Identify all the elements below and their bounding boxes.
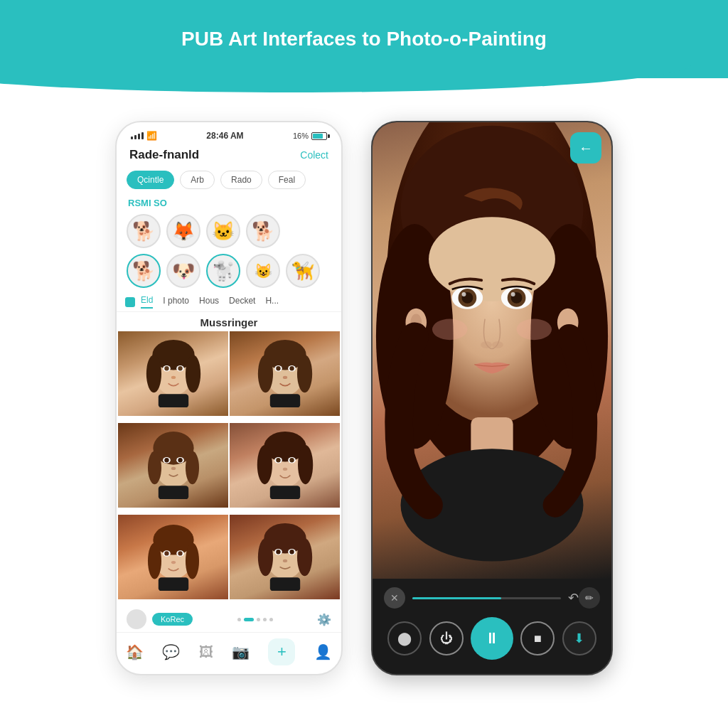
share-icon[interactable]: ⚙️ [317, 613, 331, 626]
record-button[interactable]: ⬤ [387, 621, 422, 655]
bottom-left: KoRec [127, 609, 193, 629]
svg-point-5 [164, 366, 168, 370]
collect-button[interactable]: Colect [300, 149, 328, 161]
photo-cell-6[interactable] [230, 515, 340, 599]
download-button[interactable]: ⬇ [562, 621, 596, 655]
phone-left: 📶 28:46 AM 16% Rade-fnanld Colect Qcintl… [115, 121, 343, 675]
pause-icon: ⏸ [484, 629, 500, 648]
photo-cell-3[interactable] [118, 423, 228, 508]
filter-tabs: Qcintle Arb Rado Feal [117, 168, 341, 195]
svg-point-15 [276, 366, 280, 370]
dot-1 [237, 618, 241, 621]
app-title: Rade-fnanld [129, 148, 199, 162]
pet-avatar-3[interactable]: 🐱 [206, 214, 240, 248]
active-tab-indicator [125, 297, 135, 307]
stop-button[interactable]: ⏹ [520, 621, 555, 655]
status-bar: 📶 28:46 AM 16% [117, 122, 341, 145]
app-header: Rade-fnanld Colect [117, 145, 341, 168]
signal-area: 📶 [131, 131, 157, 141]
portrait-area: ← [373, 122, 611, 579]
svg-point-23 [185, 451, 198, 484]
tab-qcintle[interactable]: Qcintle [127, 171, 174, 189]
svg-point-37 [289, 458, 294, 462]
svg-point-48 [171, 561, 175, 564]
svg-point-13 [296, 355, 311, 392]
svg-point-22 [147, 451, 161, 484]
korec-label: KoRec [161, 615, 184, 623]
bottom-nav: 🏠 💬 🖼 📷 + 👤 [117, 632, 341, 674]
photo-cell-5[interactable] [118, 515, 228, 599]
svg-point-25 [164, 458, 168, 462]
photo-cell-1[interactable] [118, 331, 228, 416]
svg-point-18 [282, 376, 287, 379]
undo-button[interactable]: ↶ [568, 590, 579, 606]
cat-tab-hous[interactable]: Hous [199, 296, 219, 308]
cat-tab-eld[interactable]: Eld [141, 295, 153, 309]
header-title: PUB Art Interfaces to Photo-o-Painting [181, 28, 547, 50]
pet-avatar-8[interactable]: 😺 [246, 254, 280, 288]
nav-camera[interactable]: 📷 [232, 643, 250, 660]
photo-cell-4[interactable] [230, 423, 340, 508]
power-button[interactable]: ⏻ [429, 621, 464, 655]
svg-point-73 [511, 292, 515, 296]
nav-add-button[interactable]: + [268, 638, 295, 665]
svg-point-45 [164, 551, 168, 555]
svg-point-35 [276, 458, 280, 462]
stop-icon: ⏹ [532, 633, 542, 644]
pause-button[interactable]: ⏸ [471, 617, 513, 660]
nav-home[interactable]: 🏠 [126, 643, 144, 660]
svg-point-47 [178, 551, 182, 555]
cat-tab-more[interactable]: H... [265, 296, 279, 308]
svg-rect-29 [158, 486, 188, 499]
korec-button[interactable]: KoRec [152, 613, 193, 626]
pet-avatar-1[interactable]: 🐕 [127, 214, 161, 248]
back-icon: ← [579, 140, 593, 156]
right-controls: ✕ ↶ ✏ ⬤ ⏻ ⏸ [373, 579, 611, 674]
pet-avatars-row2: 🐕 🐶 🐩 😺 🦮 [117, 252, 341, 292]
svg-point-2 [146, 355, 161, 392]
tab-arb[interactable]: Arb [180, 171, 215, 189]
pet-avatar-4[interactable]: 🐕 [246, 214, 280, 248]
power-icon: ⏻ [440, 631, 453, 646]
svg-point-7 [178, 366, 182, 370]
dot-4 [263, 618, 267, 621]
category-tabs: Eld I photo Hous Decket H... [117, 292, 341, 312]
section-label: RSMI SO [117, 195, 341, 211]
cat-tab-decket[interactable]: Decket [229, 296, 255, 308]
pet-avatar-5[interactable]: 🐕 [127, 254, 161, 288]
pet-avatar-2[interactable]: 🦊 [166, 214, 200, 248]
back-button[interactable]: ← [570, 132, 601, 164]
battery-area: 16% [293, 132, 327, 140]
tab-feal[interactable]: Feal [268, 171, 306, 189]
svg-rect-49 [158, 577, 188, 591]
battery-percent: 16% [293, 132, 309, 140]
controls-top-row: ✕ ↶ ✏ [384, 587, 600, 609]
pet-avatar-6[interactable]: 🐶 [166, 254, 200, 288]
cat-tab-iphoto[interactable]: I photo [163, 296, 189, 308]
nav-chat[interactable]: 💬 [162, 643, 180, 660]
pet-avatar-7[interactable]: 🐩 [206, 254, 240, 288]
nav-gallery[interactable]: 🖼 [199, 644, 213, 660]
svg-rect-59 [269, 577, 299, 591]
battery-icon [311, 132, 327, 140]
svg-point-55 [276, 550, 280, 554]
main-content: 📶 28:46 AM 16% Rade-fnanld Colect Qcintl… [0, 78, 728, 690]
svg-point-75 [492, 341, 503, 348]
avatar-small [127, 609, 146, 629]
dot-indicators [237, 618, 273, 621]
svg-point-76 [432, 319, 467, 341]
phone-right: ← ✕ ↶ ✏ ⬤ [371, 121, 613, 675]
svg-point-27 [178, 458, 182, 462]
svg-rect-19 [269, 394, 299, 407]
close-button[interactable]: ✕ [384, 587, 405, 609]
svg-point-43 [185, 542, 198, 579]
svg-point-65 [429, 217, 555, 301]
svg-point-17 [289, 366, 294, 370]
pencil-button[interactable]: ✏ [579, 587, 600, 609]
pet-avatar-9[interactable]: 🦮 [286, 254, 320, 288]
tab-rado[interactable]: Rado [220, 171, 262, 189]
nav-profile[interactable]: 👤 [314, 643, 332, 660]
progress-bar[interactable] [412, 597, 561, 599]
photo-cell-2[interactable] [230, 331, 340, 416]
header-banner: PUB Art Interfaces to Photo-o-Painting [0, 0, 728, 78]
